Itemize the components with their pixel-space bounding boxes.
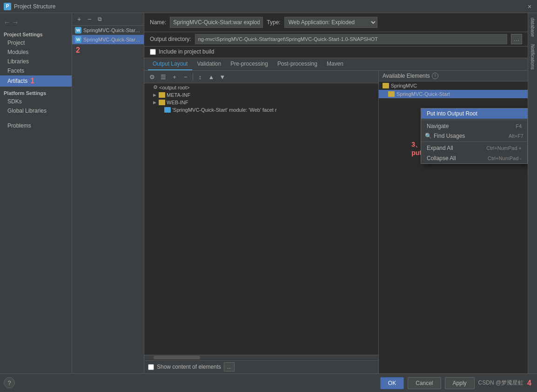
sidebar-item-sdks[interactable]: SDKs (0, 97, 72, 106)
annotation-1: 1 (30, 77, 34, 85)
sidebar-item-project[interactable]: Project (0, 38, 72, 47)
folder-icon-meta (159, 92, 165, 98)
tree-add-btn[interactable]: + (169, 72, 180, 81)
artifact-exploded-label: SpringMVC-Quick-Start:war exploded (83, 37, 141, 42)
tab-maven[interactable]: Maven (322, 58, 348, 70)
artifacts-panel: + − ⧉ W SpringMVC-Quick-Start:war W Spri… (72, 13, 144, 373)
tree-list-btn[interactable]: ☰ (158, 72, 168, 81)
gear-icon: ⚙ (153, 84, 158, 90)
tree-remove-btn[interactable]: − (181, 72, 191, 81)
browse-button[interactable]: … (511, 34, 522, 44)
available-label-springmvc: SpringMVC (391, 83, 417, 88)
tree-sort-btn[interactable]: ↕ (195, 72, 205, 81)
tree-up-btn[interactable]: ▲ (206, 72, 216, 81)
right-sidebar: database Notifications (528, 13, 537, 373)
cancel-button[interactable]: Cancel (408, 377, 441, 389)
sidebar-item-libraries[interactable]: Libraries (0, 57, 72, 66)
title-bar: P Project Structure × (0, 0, 537, 13)
context-separator-2 (421, 142, 527, 142)
search-icon: 🔍 (425, 133, 432, 139)
annotation-4: 4 (527, 379, 531, 387)
window-title: Project Structure (14, 3, 55, 10)
collapse-all-shortcut: Ctrl+NumPad - (488, 155, 522, 161)
context-menu-put-into-output-root[interactable]: Put into Output Root (421, 108, 527, 119)
watermark: CSDN @梦魇星虹 (478, 379, 524, 387)
context-menu-find-usages[interactable]: Find Usages Alt+F7 (434, 133, 524, 139)
help-button[interactable]: ? (4, 377, 15, 388)
context-menu-navigate[interactable]: Navigate F4 (421, 121, 527, 131)
ok-button[interactable]: OK (380, 377, 404, 389)
forward-arrow[interactable]: → (12, 19, 19, 26)
context-search-row: 🔍 Find Usages Alt+F7 (421, 131, 527, 141)
tree-item-module[interactable]: 'SpringMVC-Quick-Start' module: 'Web' fa… (144, 106, 378, 114)
sidebar-item-modules[interactable]: Modules (0, 47, 72, 57)
tree-arrow-web: ▶ (152, 100, 157, 105)
artifact-item-war[interactable]: W SpringMVC-Quick-Start:war (72, 26, 144, 35)
tab-output-layout[interactable]: Output Layout (148, 58, 192, 70)
help-icon[interactable]: ? (432, 73, 438, 79)
artifact-war-icon: W (75, 27, 81, 34)
tree-label-output-root: <output root> (159, 85, 189, 90)
available-item-springmvc[interactable]: SpringMVC (379, 81, 528, 90)
tree-label-module: 'SpringMVC-Quick-Start' module: 'Web' fa… (172, 107, 277, 113)
context-menu-expand-all[interactable]: Expand All Ctrl+NumPad + (421, 143, 527, 153)
apply-button[interactable]: Apply (445, 377, 475, 389)
nav-arrows: ← → (0, 17, 72, 30)
sidebar-item-facets[interactable]: Facets (0, 66, 72, 75)
artifacts-toolbar: + − ⧉ (72, 13, 144, 26)
show-content-checkbox[interactable] (148, 364, 154, 370)
copy-artifact-button[interactable]: ⧉ (95, 15, 104, 23)
tree-arrow-meta: ▶ (152, 93, 157, 97)
name-label: Name: (150, 19, 166, 26)
right-tab-notifications[interactable]: Notifications (529, 41, 536, 72)
tree-toolbar: ⚙ ☰ + − ↕ ▲ ▼ (144, 71, 378, 83)
available-elements-label: Available Elements (383, 73, 430, 79)
context-menu-collapse-all[interactable]: Collapse All Ctrl+NumPad - (421, 153, 527, 163)
tab-post-processing[interactable]: Post-processing (273, 58, 322, 70)
add-artifact-button[interactable]: + (75, 15, 83, 23)
app-icon: P (4, 3, 11, 10)
sidebar-item-global-libraries[interactable]: Global Libraries (0, 106, 72, 115)
project-settings-header: Project Settings (0, 30, 72, 38)
find-usages-label: Find Usages (434, 133, 465, 139)
available-elements-panel: Available Elements ? SpringMVC SpringMVC… (379, 71, 528, 373)
artifact-war-label: SpringMVC-Quick-Start:war (83, 27, 141, 33)
available-item-quickstart[interactable]: SpringMVC-Quick-Start (379, 90, 528, 98)
tree-label-meta-inf: META-INF (167, 92, 190, 98)
tree-settings-btn[interactable]: ⚙ (147, 72, 157, 81)
remove-artifact-button[interactable]: − (85, 15, 94, 23)
expand-all-shortcut: Ctrl+NumPad + (486, 145, 522, 151)
include-checkbox[interactable] (150, 49, 156, 55)
separator (193, 73, 193, 81)
folder-icon-quickstart (388, 91, 395, 97)
back-arrow[interactable]: ← (4, 19, 10, 26)
main-content: Name: Type: Web Application: Exploded Ou… (144, 13, 528, 373)
artifact-item-war-exploded[interactable]: W SpringMVC-Quick-Start:war exploded (72, 35, 144, 44)
tree-item-web-inf[interactable]: ▶ WEB-INF (144, 99, 378, 106)
name-input[interactable] (170, 17, 263, 28)
show-content-button[interactable]: ... (224, 362, 235, 372)
close-button[interactable]: × (526, 3, 533, 10)
right-tab-database[interactable]: database (529, 15, 536, 40)
tree-item-meta-inf[interactable]: ▶ META-INF (144, 91, 378, 99)
sidebar-item-problems[interactable]: Problems (0, 121, 72, 130)
type-select[interactable]: Web Application: Exploded (284, 17, 377, 28)
tree-item-output-root[interactable]: ⚙ <output root> (144, 83, 378, 91)
type-label: Type: (267, 19, 280, 26)
output-dir-label: Output directory: (150, 36, 191, 42)
tab-pre-processing[interactable]: Pre-processing (226, 58, 273, 70)
tree-down-btn[interactable]: ▼ (217, 72, 228, 81)
output-dir-input[interactable] (195, 34, 507, 44)
include-row: Include in project build (144, 47, 528, 58)
tabs-row: Output Layout Validation Pre-processing … (144, 58, 528, 71)
find-usages-shortcut: Alt+F7 (509, 133, 524, 139)
platform-settings-header: Platform Settings (0, 87, 72, 97)
tree-label-web-inf: WEB-INF (167, 100, 188, 105)
folder-icon-springmvc (383, 83, 389, 88)
name-type-row: Name: Type: Web Application: Exploded (144, 13, 528, 32)
context-separator-1 (421, 120, 527, 120)
sidebar-item-artifacts[interactable]: Artifacts 1 (0, 75, 72, 87)
include-label: Include in project build (159, 48, 214, 55)
tab-validation[interactable]: Validation (192, 58, 226, 70)
annotation-2: 2 (76, 46, 80, 54)
